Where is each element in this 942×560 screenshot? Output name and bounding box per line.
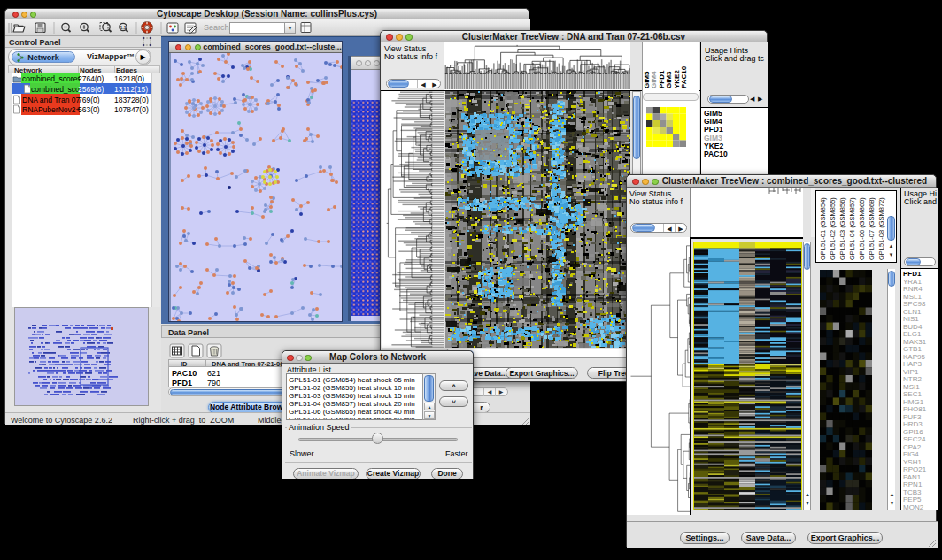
svg-text:PAC10: PAC10 [680,65,688,88]
svg-text:GPL51-03 (GSM856): GPL51-03 (GSM856) [838,197,846,260]
svg-text:GPL51-01 (GSM854): GPL51-01 (GSM854) [819,197,827,260]
svg-text:1:1: 1:1 [120,25,126,30]
svg-text:GPL51-06 (GSM865): GPL51-06 (GSM865) [858,197,866,260]
svg-text:Search:: Search: [204,23,231,32]
svg-text:GPL51-02 (GSM855): GPL51-02 (GSM855) [829,197,837,260]
svg-text:GPL51-08 (GSM872): GPL51-08 (GSM872) [877,197,885,260]
svg-text:GPL51-04 (GSM857): GPL51-04 (GSM857) [848,197,856,260]
svg-text:GPL51-07 (GSM868): GPL51-07 (GSM868) [868,197,876,260]
